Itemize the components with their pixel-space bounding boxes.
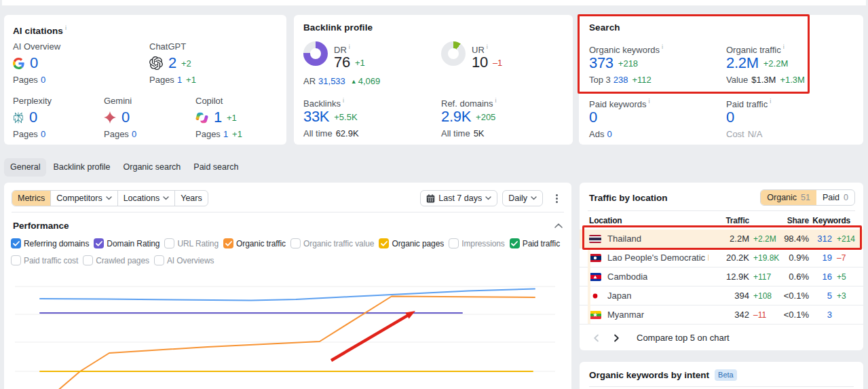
info-icon[interactable] [65, 24, 67, 31]
pages-count-link[interactable]: 1 [223, 129, 228, 139]
metric-pages: Pages1+1 [195, 129, 242, 140]
organic-keywords-by-intent-panel: Organic keywords by intent Beta [580, 362, 863, 389]
collapse-chevron-up-icon[interactable] [554, 223, 563, 228]
traffic-value: 394 [709, 291, 749, 301]
checkbox-url-rating[interactable]: URL Rating [164, 238, 219, 248]
metric-value: 0 [29, 109, 37, 126]
checkbox-referring-domains[interactable]: Referring domains [11, 238, 89, 248]
checkbox-organic-traffic[interactable]: Organic traffic [223, 238, 286, 248]
metric-label: Perplexity [13, 96, 104, 107]
date-controls: Last 7 days Daily [420, 190, 564, 206]
checkbox [164, 238, 174, 248]
keywords-link[interactable]: 312 [817, 234, 832, 244]
location-row-laos[interactable]: Lao People's Democratic Reput 20.2K +19.… [580, 248, 863, 267]
info-icon[interactable] [783, 43, 785, 50]
metric-backlinks: Backlinks 33K+5.5K All time62.9K [303, 95, 441, 139]
pages-count-link[interactable]: 0 [132, 129, 136, 139]
view-mode-years[interactable]: Years [174, 191, 208, 206]
metric-gemini: Gemini 0 Pages0 [104, 96, 195, 140]
location-row-japan[interactable]: Japan 394 +108 <0.1% 5 +3 [580, 286, 863, 305]
metric-change: –1 [493, 58, 502, 68]
view-mode-locations[interactable]: Locations [117, 191, 175, 206]
date-range-button[interactable]: Last 7 days [420, 190, 497, 206]
view-mode-metrics[interactable]: Metrics [12, 191, 50, 206]
share-value: 98.4% [778, 234, 809, 244]
checkbox-paid-traffic-cost[interactable]: Paid traffic cost [11, 255, 78, 265]
toggle-paid[interactable]: Paid0 [816, 190, 854, 205]
traffic-change: +117 [749, 272, 778, 282]
checkbox-organic-traffic-value[interactable]: Organic traffic value [290, 238, 374, 248]
metric-label: Ref. domains [441, 95, 497, 106]
sub-label: Cost [726, 129, 744, 139]
compare-top5-link[interactable]: Compare top 5 on chart [637, 333, 730, 343]
traffic-change: +19.8K [749, 253, 778, 263]
tab-organic-search[interactable]: Organic search [117, 158, 187, 177]
metric-label: ChatGPT [149, 41, 196, 52]
info-icon[interactable] [662, 43, 663, 50]
location-row-myanmar[interactable]: Myanmar 342 –11 <0.1% 3 [580, 305, 863, 325]
backlink-profile-title: Backlink profile [303, 22, 563, 34]
info-icon[interactable] [349, 43, 350, 50]
ar-change: ▲4,069 [351, 76, 380, 86]
sub-value-link[interactable]: 238 [614, 75, 628, 85]
checkbox-paid-traffic[interactable]: Paid traffic [510, 238, 560, 248]
granularity-button[interactable]: Daily [502, 190, 543, 206]
metric-change: +2.2M [763, 58, 789, 69]
info-icon[interactable] [649, 98, 650, 105]
metric-change: +5.5K [334, 112, 357, 122]
metric-label: DR [334, 41, 365, 52]
checkbox-impressions[interactable]: Impressions [449, 238, 505, 248]
tab-general[interactable]: General [4, 158, 46, 177]
keywords-link[interactable]: 16 [823, 272, 832, 282]
metric-value: 2 [168, 54, 176, 72]
keywords-link[interactable]: 3 [827, 310, 832, 320]
pages-count-link[interactable]: 1 [177, 75, 182, 85]
location-row-cambodia[interactable]: Cambodia 12.9K +117 0.6% 16 +5 [580, 267, 863, 286]
metric-copilot: Copilot 1 +1 Pages1+1 [195, 96, 242, 140]
tab-backlink-profile[interactable]: Backlink profile [47, 158, 116, 177]
toggle-organic[interactable]: Organic51 [761, 190, 816, 205]
checkbox-organic-pages[interactable]: Organic pages [379, 238, 444, 248]
card-title-text: Search [589, 22, 620, 33]
checkbox-ai-overviews[interactable]: AI Overviews [154, 255, 214, 265]
checkbox-domain-rating[interactable]: Domain Rating [94, 238, 159, 248]
column-location[interactable]: Location [589, 216, 709, 225]
location-row-thailand[interactable]: Thailand 2.2M +2.2M 98.4% 312 +214 [580, 229, 863, 248]
info-icon[interactable] [495, 97, 497, 104]
metric-alltime: All time5K [441, 128, 497, 139]
keywords-link[interactable]: 19 [823, 253, 832, 263]
metric-pages: Pages0 [104, 129, 195, 140]
metric-change: +1 [355, 58, 365, 68]
info-icon[interactable] [770, 98, 771, 105]
pages-count-link[interactable]: 0 [41, 75, 45, 85]
ar-value-link[interactable]: 31,533 [318, 76, 345, 86]
chevron-down-icon [531, 196, 537, 200]
column-keywords[interactable]: Keywords [809, 216, 854, 225]
info-icon[interactable] [487, 43, 488, 50]
country-name: Japan [607, 291, 631, 301]
sub-value-link[interactable]: 0 [607, 129, 611, 139]
metric-chatgpt: ChatGPT 2 +2 Pages1+1 [149, 41, 196, 86]
country-name: Lao People's Democratic Reput [607, 253, 709, 263]
metric-value: 0 [121, 109, 130, 126]
gemini-icon [104, 111, 116, 124]
metric-label: Organic traffic [726, 41, 805, 52]
share-value: <0.1% [778, 310, 809, 320]
pages-count-link[interactable]: 0 [41, 129, 45, 139]
traffic-value: 2.2M [709, 234, 749, 244]
checkbox-crawled-pages[interactable]: Crawled pages [83, 255, 149, 265]
keywords-link[interactable]: 5 [827, 291, 832, 301]
previous-page-icon[interactable] [593, 334, 599, 342]
next-page-icon[interactable] [614, 334, 620, 342]
column-share[interactable]: Share [778, 216, 809, 225]
chevron-down-icon [163, 196, 169, 200]
column-traffic[interactable]: Traffic [709, 216, 749, 225]
performance-chart[interactable] [4, 278, 571, 389]
organic-paid-toggle: Organic51 Paid0 [760, 189, 855, 206]
more-options-kebab-icon[interactable] [549, 190, 564, 206]
info-icon[interactable] [343, 97, 344, 104]
tab-paid-search[interactable]: Paid search [187, 158, 244, 177]
sub-change: +112 [633, 75, 652, 85]
view-mode-competitors[interactable]: Competitors [50, 191, 117, 206]
traffic-change: –11 [749, 310, 778, 320]
